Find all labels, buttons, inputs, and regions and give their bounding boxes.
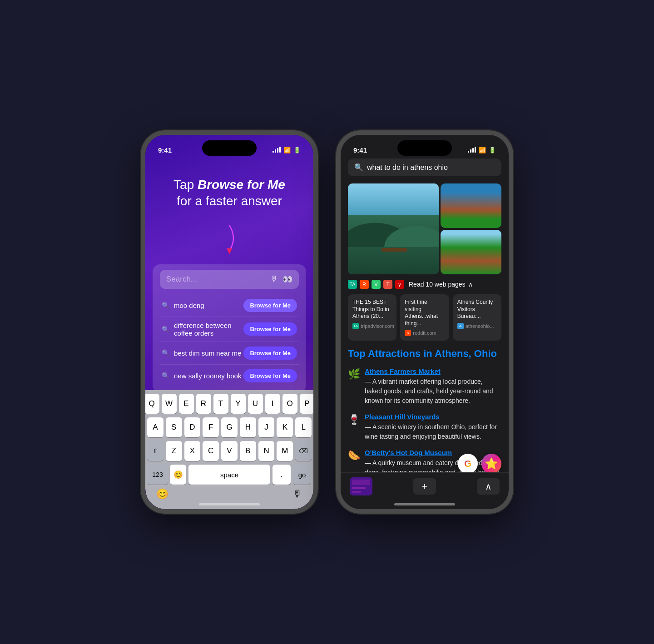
gorge-scene (441, 183, 501, 228)
key-k[interactable]: K (277, 417, 293, 437)
key-r[interactable]: R (196, 394, 211, 414)
plus-icon: + (422, 481, 428, 492)
search-bar-2[interactable]: 🔍 what to do in athens ohio (348, 159, 501, 176)
key-u[interactable]: U (248, 394, 263, 414)
web-card-1[interactable]: THE 15 BEST Things to Do in Athens (20..… (348, 294, 396, 341)
suggestion-text-4: new sally rooney book (174, 372, 241, 380)
browse-button-3[interactable]: Browse for Me (243, 347, 297, 360)
key-c[interactable]: C (203, 441, 219, 461)
key-e[interactable]: E (179, 394, 194, 414)
browse-button-2[interactable]: Browse for Me (243, 322, 297, 336)
status-icons-1: 📶 🔋 (272, 147, 301, 154)
source-icon-green: V (372, 280, 381, 289)
svg-marker-0 (227, 248, 232, 254)
key-space[interactable]: space (188, 465, 270, 485)
image-grid (348, 183, 501, 274)
hero-suffix: for a faster answer (177, 194, 282, 208)
mic-icon[interactable]: 🎙 (270, 274, 278, 284)
phone-1: 9:41 📶 🔋 Tap Browse for Me for a faster … (141, 130, 318, 514)
key-b[interactable]: B (240, 441, 256, 461)
attraction-name-3[interactable]: O'Betty's Hot Dog Museum (365, 449, 501, 456)
key-w[interactable]: W (162, 394, 177, 414)
chevron-icon: ∧ (485, 481, 492, 492)
new-tab-button[interactable]: + (413, 478, 436, 495)
browse-button-1[interactable]: Browse for Me (243, 299, 297, 312)
key-i[interactable]: I (265, 394, 280, 414)
key-p[interactable]: P (300, 394, 314, 414)
search-area: Search... 🎙 👀 🔍 moo deng Browse for Me 🔍… (153, 264, 306, 392)
phone-2: 9:41 📶 🔋 🔍 what to do in athens ohio (336, 130, 513, 514)
key-123[interactable]: 123 (148, 465, 168, 485)
falls-scene (441, 230, 501, 274)
suggestion-text-3: best dim sum near me (174, 349, 241, 357)
key-o[interactable]: O (282, 394, 297, 414)
emoji-icon[interactable]: 😊 (156, 488, 168, 500)
chevron-up-icon[interactable]: ∧ (468, 281, 473, 288)
key-x[interactable]: X (184, 441, 201, 461)
suggestion-row-4: 🔍 new sally rooney book Browse for Me (160, 365, 299, 387)
key-a[interactable]: A (147, 417, 164, 437)
attraction-name-1[interactable]: Athens Farmers Market (365, 367, 501, 375)
side-images (441, 183, 501, 274)
domain-icon-reddit: R (405, 330, 411, 336)
key-dot[interactable]: . (272, 465, 291, 485)
svg-rect-4 (352, 480, 370, 485)
key-v[interactable]: V (221, 441, 238, 461)
sources-text: Read 10 web pages (409, 281, 466, 288)
falls-image (441, 230, 501, 274)
keyboard-row-3: ⇧ Z X C V B N M ⌫ (147, 441, 312, 461)
wifi-icon: 📶 (283, 147, 291, 154)
lake-scene (348, 183, 439, 274)
web-card-domain-3: A athensohio... (457, 323, 497, 329)
mic-icon-keyboard[interactable]: 🎙 (292, 488, 302, 500)
keyboard-bottom-bar: 😊 🎙 (147, 488, 312, 500)
key-j[interactable]: J (258, 417, 275, 437)
tab-thumbnail[interactable] (350, 477, 372, 495)
scroll-up-button[interactable]: ∧ (477, 478, 500, 495)
key-l[interactable]: L (295, 417, 312, 437)
attraction-1: 🌿 Athens Farmers Market — A vibrant mark… (348, 367, 501, 406)
key-s[interactable]: S (166, 417, 182, 437)
ai-button[interactable]: ⭐ (481, 454, 501, 474)
svg-rect-5 (352, 487, 366, 489)
arrow-container (145, 223, 313, 260)
key-delete[interactable]: ⌫ (295, 441, 312, 461)
key-shift[interactable]: ⇧ (147, 441, 164, 461)
attraction-emoji-3: 🌭 (348, 450, 360, 461)
attraction-name-2[interactable]: Pleasant Hill Vineyards (365, 413, 501, 421)
key-f[interactable]: F (203, 417, 219, 437)
eyes-icon[interactable]: 👀 (282, 274, 292, 284)
suggestion-search-icon-3: 🔍 (162, 349, 169, 357)
key-n[interactable]: N (258, 441, 275, 461)
sources-row[interactable]: TA R V T y Read 10 web pages ∧ (348, 280, 501, 289)
key-m[interactable]: M (277, 441, 293, 461)
key-g[interactable]: G (221, 417, 238, 437)
attraction-desc-2: — A scenic winery in southern Ohio, perf… (365, 423, 497, 440)
key-z[interactable]: Z (166, 441, 182, 461)
key-emoji[interactable]: 😊 (170, 465, 186, 485)
web-card-3[interactable]: Athens County Visitors Bureau:... A athe… (453, 294, 501, 341)
web-card-title-3: Athens County Visitors Bureau:... (457, 299, 497, 320)
key-y[interactable]: Y (231, 394, 246, 414)
domain-icon-ta: TA (352, 323, 359, 329)
browse-button-4[interactable]: Browse for Me (243, 369, 297, 382)
key-t[interactable]: T (213, 394, 228, 414)
source-icon-red: T (383, 280, 392, 289)
suggestion-row-3: 🔍 best dim sum near me Browse for Me (160, 342, 299, 365)
attraction-2: 🍷 Pleasant Hill Vineyards — A scenic win… (348, 413, 501, 441)
hero-text: Tap Browse for Me for a faster answer (159, 177, 300, 210)
key-q[interactable]: Q (145, 394, 159, 414)
key-d[interactable]: D (184, 417, 201, 437)
svg-rect-6 (352, 491, 361, 493)
status-time-2: 9:41 (353, 146, 367, 154)
web-card-2[interactable]: First time visiting Athens...what thing.… (400, 294, 449, 341)
signal-icon (272, 147, 281, 153)
key-go[interactable]: go (293, 465, 311, 485)
search-bar[interactable]: Search... 🎙 👀 (160, 270, 299, 289)
web-card-domain-2: R reddit.com (405, 330, 444, 336)
key-h[interactable]: H (240, 417, 256, 437)
keyboard-row-4: 123 😊 space . go (147, 465, 312, 485)
results-title: Top Attractions in Athens, Ohio (348, 348, 501, 360)
suggestion-search-icon-4: 🔍 (162, 372, 169, 379)
google-button[interactable]: G (458, 454, 478, 474)
